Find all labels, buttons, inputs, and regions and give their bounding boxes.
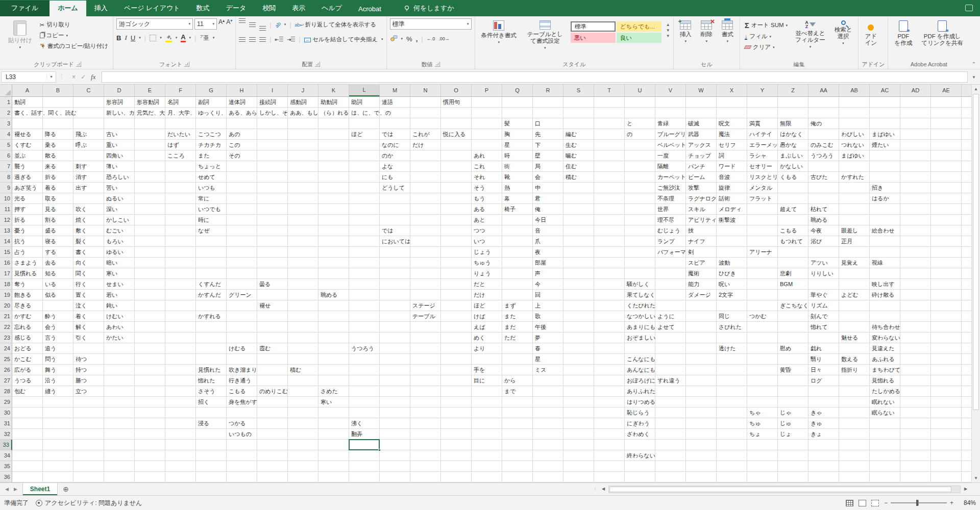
number-dialog-launcher[interactable] [435, 62, 440, 67]
cell-R17[interactable]: 声 [533, 268, 541, 279]
cell-K19[interactable]: 眺める [318, 290, 338, 300]
find-select-button[interactable]: 検索と 選択 ▾ [831, 18, 855, 47]
ribbon-tab-データ[interactable]: データ [218, 1, 255, 16]
cell-G27[interactable]: 惚れた [196, 375, 215, 386]
row-header-31[interactable]: 31 [0, 418, 12, 429]
zoom-level[interactable]: 84% [959, 499, 976, 506]
column-header-U[interactable]: U [625, 85, 655, 96]
cell-W3[interactable]: 破滅 [686, 118, 699, 129]
cell-Z31[interactable]: じゅ [778, 418, 792, 429]
decrease-decimal-button[interactable]: .00→ [438, 36, 450, 41]
cell-P24[interactable]: より [472, 343, 485, 354]
cell-A15[interactable]: 占う [12, 247, 26, 258]
cell-AB19[interactable]: よどむ [839, 290, 859, 300]
cell-E2[interactable]: 元気だ、大 [135, 108, 165, 118]
cell-G26[interactable]: 見慣れた [196, 365, 221, 375]
cell-AC19[interactable]: 砕け散る [870, 290, 895, 300]
cell-style-good[interactable]: 良い [617, 33, 662, 43]
cell-B16[interactable]: 去る [43, 258, 56, 268]
cell-D10[interactable]: ぬるい [104, 193, 124, 204]
select-all-corner[interactable] [0, 85, 12, 96]
cell-AB8[interactable]: かすれた [839, 172, 864, 183]
cell-Q10[interactable]: 幕 [502, 193, 510, 204]
column-header-AC[interactable]: AC [870, 85, 900, 96]
cell-Y7[interactable]: セオリー [747, 161, 772, 172]
cell-A27[interactable]: うつる [12, 375, 32, 386]
cell-R9[interactable]: 中 [533, 183, 541, 193]
fill-color-button[interactable] [165, 33, 172, 42]
sheet-tab-sheet1[interactable]: Sheet1 [22, 483, 58, 495]
cell-B25[interactable]: 問う [43, 354, 56, 365]
cell-B18[interactable]: いる [43, 279, 57, 290]
ribbon-tab-ヘルプ[interactable]: ヘルプ [313, 1, 350, 16]
cell-B7[interactable]: 来る [43, 161, 56, 172]
cell-E1[interactable]: 形容動詞 [135, 97, 159, 108]
cell-F6[interactable]: こころ [165, 150, 185, 161]
cell-A9[interactable]: あざ笑う [12, 183, 37, 193]
cell-R24[interactable]: 春 [533, 343, 541, 354]
zoom-in-icon[interactable]: + [950, 499, 953, 506]
cell-I18[interactable]: 曇る [257, 279, 271, 290]
row-header-35[interactable]: 35 [0, 461, 12, 472]
cell-Y9[interactable]: メンタル [747, 183, 772, 193]
cell-J1[interactable]: 感動詞 [288, 97, 307, 108]
font-size-combo[interactable]: 11▾ [194, 18, 217, 30]
share-pdf-link-button[interactable]: PDF を作成し てリンクを共有 [918, 18, 966, 48]
cell-H28[interactable]: こもる [227, 386, 246, 397]
enter-button[interactable]: ✓ [81, 73, 86, 81]
cell-AB4[interactable]: わびしい [839, 129, 864, 140]
row-header-5[interactable]: 5 [0, 140, 12, 150]
sheet-nav-right-icon[interactable]: ▶ [14, 487, 17, 492]
formula-bar-splitter[interactable]: ⋮ [57, 73, 66, 80]
cell-Z26[interactable]: 黄昏 [778, 365, 791, 375]
page-layout-view-icon[interactable] [859, 500, 866, 506]
formula-bar-expand-icon[interactable]: ▾ [969, 74, 979, 80]
cell-AA16[interactable]: アツい [808, 258, 828, 268]
cell-R25[interactable]: 星 [533, 354, 541, 365]
column-header-AE[interactable]: AE [931, 85, 962, 96]
cell-Q6[interactable]: 時 [502, 150, 510, 161]
scroll-up-icon[interactable]: ▲ [972, 85, 980, 93]
cell-W4[interactable]: 武器 [686, 129, 699, 140]
cell-P18[interactable]: だと [472, 279, 485, 290]
cell-Q23[interactable]: ただ [502, 333, 516, 343]
cell-Y32[interactable]: ちょ [747, 429, 761, 440]
cell-AA13[interactable]: 今夜 [808, 225, 822, 236]
cell-C20[interactable]: 泣く [74, 300, 87, 311]
cell-AB5[interactable]: つれない [839, 140, 864, 150]
cell-H19[interactable]: グリーン [227, 290, 252, 300]
cell-B19[interactable]: 似る [43, 290, 56, 300]
cell-C17[interactable]: 聞く [74, 268, 87, 279]
cell-B14[interactable]: 寝る [43, 236, 56, 247]
grid-cells-area[interactable]: 1234567891011121314151617181920212223242… [0, 97, 971, 482]
cell-C16[interactable]: 向く [74, 258, 87, 268]
cell-Q11[interactable]: 椅子 [502, 204, 516, 215]
cell-AA5[interactable]: のみこむ [808, 140, 834, 150]
scroll-down-icon[interactable]: ▼ [972, 474, 980, 482]
cell-H26[interactable]: 吹き溜まり [227, 365, 257, 375]
cell-Y3[interactable]: 満貫 [747, 118, 761, 129]
accessibility-status[interactable]: アクセシビリティ: 問題ありません [36, 499, 142, 507]
font-color-button[interactable]: A [181, 33, 185, 42]
cell-I20[interactable]: 褪せ [257, 300, 271, 311]
cell-G1[interactable]: 副詞 [196, 97, 209, 108]
bold-button[interactable]: B [116, 34, 121, 42]
cell-A19[interactable]: 飽きる [12, 290, 32, 300]
cell-Q5[interactable]: 星 [502, 140, 510, 150]
cell-AC10[interactable]: はるか [870, 193, 889, 204]
cell-H6[interactable]: その [227, 150, 240, 161]
cell-I1[interactable]: 接続詞 [257, 97, 276, 108]
column-header-X[interactable]: X [717, 85, 747, 96]
cell-I2[interactable]: しかし、そ [257, 108, 288, 118]
align-middle-icon[interactable] [249, 22, 256, 27]
cell-C18[interactable]: 行く [74, 279, 87, 290]
cell-X10[interactable]: 話術 [717, 193, 730, 204]
cell-W7[interactable]: パンチ [686, 161, 705, 172]
cell-D14[interactable]: もろい [104, 236, 124, 247]
cell-U20[interactable]: くたびれた [625, 300, 655, 311]
cell-U34[interactable]: 終わらない [625, 450, 655, 461]
cell-C19[interactable]: 置く [74, 290, 87, 300]
cell-B9[interactable]: 着る [43, 183, 56, 193]
cell-P10[interactable]: もう [472, 193, 485, 204]
cell-W17[interactable]: 魔術 [686, 268, 699, 279]
